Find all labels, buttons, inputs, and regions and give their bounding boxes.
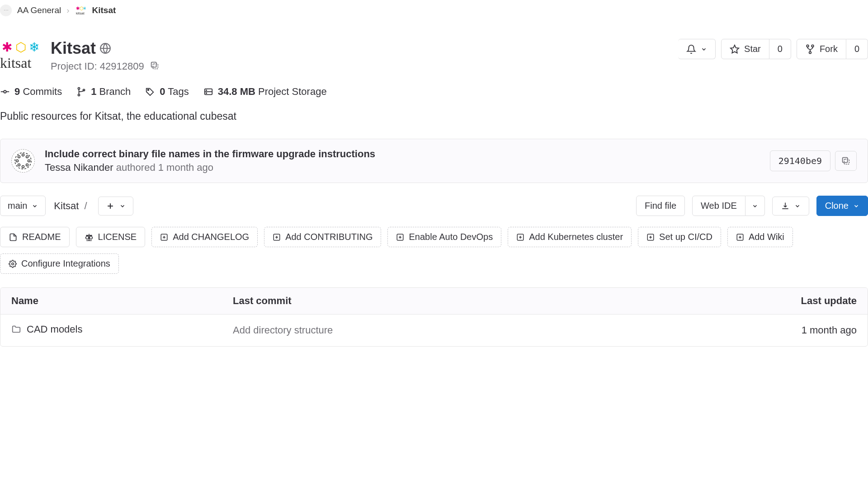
svg-point-57 [12, 263, 14, 265]
commit-sha[interactable]: 29140be9 [770, 150, 830, 171]
breadcrumb-separator-icon: › [66, 5, 69, 15]
plus-square-icon [160, 233, 168, 241]
plus-square-icon [273, 233, 281, 241]
clone-label: Clone [825, 201, 849, 211]
author-avatar-icon [11, 149, 35, 173]
svg-point-29 [22, 166, 24, 168]
fork-label: Fork [820, 44, 838, 54]
readme-label: README [22, 232, 61, 242]
svg-rect-36 [843, 158, 848, 163]
svg-text:✳: ✳ [83, 6, 86, 11]
add-kubernetes-label: Add Kubernetes cluster [529, 232, 623, 242]
fork-button[interactable]: Fork [797, 39, 846, 59]
enable-auto-devops-label: Enable Auto DevOps [409, 232, 493, 242]
svg-text:❄: ❄ [29, 41, 39, 54]
add-file-dropdown[interactable] [98, 197, 133, 216]
globe-icon [99, 42, 111, 54]
file-commit-link[interactable]: Add directory structure [233, 324, 766, 336]
file-row: CAD models Add directory structure 1 mon… [0, 314, 868, 346]
storage-info: 34.8 MB Project Storage [203, 86, 327, 98]
chevron-down-icon [794, 203, 801, 209]
commits-link[interactable]: 9 Commits [0, 86, 62, 98]
star-label: Star [744, 44, 761, 54]
fork-icon [805, 44, 815, 54]
plus-icon [106, 202, 115, 211]
tag-icon [145, 87, 155, 97]
file-link[interactable]: CAD models [11, 324, 82, 335]
svg-point-34 [18, 156, 20, 158]
add-contributing-chip[interactable]: Add CONTRIBUTING [264, 227, 381, 247]
copy-sha-button[interactable] [835, 151, 857, 171]
file-path-breadcrumb: Kitsat / [54, 200, 90, 212]
svg-point-33 [18, 164, 20, 166]
commit-title-link[interactable]: Include correct binary file names in the… [45, 148, 375, 160]
plus-square-icon [646, 233, 655, 241]
file-name-label: CAD models [27, 324, 82, 335]
add-wiki-chip[interactable]: Add Wiki [727, 227, 793, 247]
svg-marker-11 [731, 45, 739, 52]
license-label: LICENSE [98, 232, 137, 242]
chevron-down-icon [853, 203, 859, 209]
plus-square-icon [516, 233, 524, 241]
scale-icon [85, 233, 94, 242]
col-header-commit: Last commit [233, 295, 766, 307]
storage-icon [203, 87, 213, 97]
branch-name: main [8, 201, 27, 211]
svg-point-26 [15, 153, 31, 169]
copy-id-button[interactable] [150, 61, 161, 72]
star-button[interactable]: Star [721, 39, 769, 59]
configure-integrations-chip[interactable]: Configure Integrations [0, 253, 119, 274]
bell-icon [686, 44, 696, 54]
project-id: Project ID: 42912809 [51, 61, 144, 72]
path-separator: / [85, 200, 87, 211]
find-file-button[interactable]: Find file [636, 196, 685, 216]
readme-chip[interactable]: README [0, 227, 70, 247]
svg-text:✱: ✱ [2, 41, 12, 54]
add-kubernetes-chip[interactable]: Add Kubernetes cluster [508, 227, 632, 247]
svg-point-24 [206, 90, 206, 90]
svg-point-21 [148, 89, 149, 91]
files-table: Name Last commit Last update CAD models … [0, 287, 868, 347]
file-update-time: 1 month ago [766, 324, 857, 336]
notification-dropdown[interactable] [678, 39, 716, 59]
project-avatar-small-icon: ✱ ⬡ ✳ kitsat [75, 5, 87, 16]
svg-point-12 [807, 45, 809, 47]
license-chip[interactable]: LICENSE [76, 227, 146, 247]
chevron-down-icon [119, 203, 126, 209]
project-description: Public resources for Kitsat, the educati… [0, 110, 868, 122]
svg-point-30 [16, 160, 19, 162]
branches-link[interactable]: 1 Branch [76, 86, 131, 98]
web-ide-button[interactable]: Web IDE [692, 196, 745, 216]
chevron-down-icon [752, 203, 758, 209]
star-count[interactable]: 0 [769, 39, 791, 59]
enable-auto-devops-chip[interactable]: Enable Auto DevOps [387, 227, 501, 247]
branch-icon [76, 87, 86, 97]
svg-point-27 [22, 154, 24, 156]
svg-point-15 [4, 90, 6, 93]
setup-cicd-chip[interactable]: Set up CI/CD [638, 227, 721, 247]
web-ide-dropdown[interactable] [745, 196, 765, 216]
add-changelog-label: Add CHANGELOG [173, 232, 249, 242]
commit-author-link[interactable]: Tessa Nikander [45, 162, 113, 173]
fork-count[interactable]: 0 [846, 39, 868, 59]
tags-link[interactable]: 0 Tags [145, 86, 189, 98]
svg-point-32 [26, 164, 28, 166]
breadcrumb: ⋯ AA General › ✱ ⬡ ✳ kitsat Kitsat [0, 0, 868, 25]
svg-rect-35 [844, 159, 849, 164]
breadcrumb-parent-link[interactable]: AA General [17, 5, 61, 15]
add-changelog-chip[interactable]: Add CHANGELOG [151, 227, 258, 247]
clone-dropdown[interactable]: Clone [816, 196, 868, 216]
svg-text:kitsat: kitsat [0, 55, 31, 71]
file-icon [9, 233, 18, 242]
star-icon [730, 44, 740, 54]
svg-point-25 [206, 93, 206, 93]
last-commit-card: Include correct binary file names in the… [0, 139, 868, 183]
svg-point-18 [78, 88, 80, 89]
svg-point-31 [26, 156, 28, 158]
breadcrumb-current[interactable]: Kitsat [92, 5, 116, 15]
svg-point-14 [809, 52, 811, 54]
download-dropdown[interactable] [772, 197, 809, 216]
path-root-link[interactable]: Kitsat [54, 200, 79, 211]
branch-selector[interactable]: main [0, 196, 46, 216]
setup-cicd-label: Set up CI/CD [659, 232, 712, 242]
